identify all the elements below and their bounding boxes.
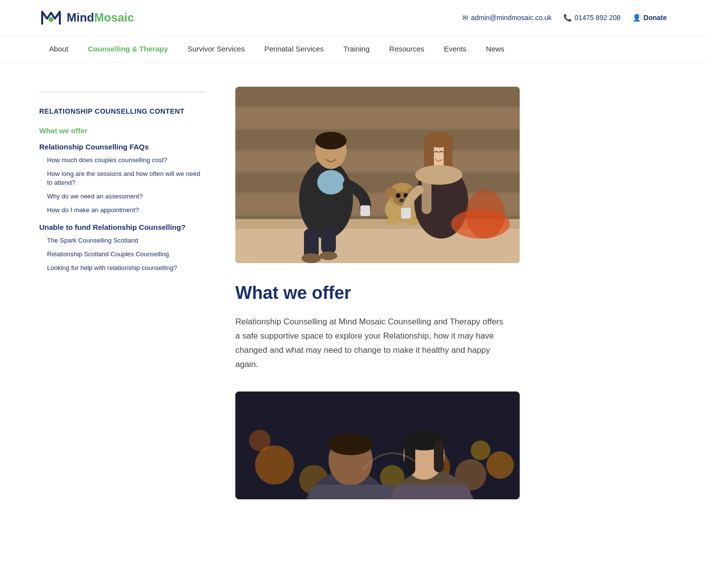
nav-training[interactable]: Training [333,36,379,62]
sidebar-faq-2[interactable]: How long are the sessions and how often … [47,170,206,187]
sidebar-faq-group[interactable]: Relationship Counselling FAQs [39,143,206,151]
section-title: What we offer [235,283,667,303]
main-content: RELATIONSHIP COUNSELLING CONTENT What we… [0,62,706,519]
donate-label: Donate [644,14,667,22]
content-area: What we offer Relationship Counselling a… [235,82,667,499]
nav-survivor[interactable]: Survivor Services [178,36,255,62]
svg-rect-3 [235,109,520,127]
second-image [235,392,520,499]
nav-news[interactable]: News [476,36,514,62]
sidebar-fund-1[interactable]: The Spark Counselling Scotland [47,236,206,245]
svg-point-29 [385,218,397,225]
phone-contact[interactable]: 📞 01475 892 208 [563,14,620,22]
svg-rect-4 [235,130,520,149]
svg-point-48 [486,451,514,479]
svg-rect-59 [434,441,444,472]
svg-rect-20 [360,205,370,216]
svg-point-27 [385,187,397,197]
phone-number: 01475 892 208 [575,14,620,22]
top-bar: MindMosaic ✉ admin@mindmosaic.co.uk 📞 01… [0,0,706,36]
svg-point-30 [407,218,419,225]
nav-events[interactable]: Events [434,36,477,62]
nav-about[interactable]: About [39,36,78,62]
email-icon: ✉ [462,14,468,22]
sidebar-fund-links: The Spark Counselling Scotland Relations… [47,236,206,273]
svg-point-53 [328,434,373,455]
nav-resources[interactable]: Resources [379,36,434,62]
donate-icon: 👤 [632,14,641,22]
svg-point-42 [255,445,294,485]
svg-rect-5 [235,152,520,171]
second-image-svg [235,392,520,499]
svg-rect-38 [401,208,411,219]
logo-icon [39,6,63,29]
logo[interactable]: MindMosaic [39,6,134,29]
sidebar-fund-group[interactable]: Unable to fund Relationship Counselling? [39,223,206,231]
sidebar-faq-links: How much does couples counselling cost? … [47,156,206,215]
main-nav: About Counselling & Therapy Survivor Ser… [0,36,706,62]
hero-image [235,87,520,263]
svg-point-40 [466,190,505,239]
sidebar-fund-3[interactable]: Looking for help with relationship couns… [47,264,206,272]
sidebar-fund-2[interactable]: Relationship Scotland Couples Counsellin… [47,250,206,259]
nav-perinatal[interactable]: Perinatal Services [254,36,333,62]
sidebar-faq-1[interactable]: How much does couples counselling cost? [47,156,206,165]
svg-rect-6 [235,173,520,193]
svg-point-49 [249,430,271,451]
svg-rect-2 [235,87,520,106]
svg-rect-17 [321,226,336,253]
hero-image-svg [235,87,520,263]
sidebar-faq-3[interactable]: Why do we need an assessment? [47,192,206,201]
top-right-contacts: ✉ admin@mindmosaic.co.uk 📞 01475 892 208… [462,14,667,22]
nav-counselling[interactable]: Counselling & Therapy [78,36,177,62]
svg-point-15 [317,170,345,195]
sidebar-title: RELATIONSHIP COUNSELLING CONTENT [39,107,206,117]
svg-point-0 [49,17,53,22]
svg-point-50 [471,441,490,460]
svg-rect-60 [392,485,471,499]
svg-point-18 [302,253,321,263]
email-address: admin@mindmosaic.co.uk [471,14,552,22]
sidebar-what-we-offer-link[interactable]: What we offer [39,126,206,135]
sidebar: RELATIONSHIP COUNSELLING CONTENT What we… [39,82,206,499]
sidebar-divider [39,92,206,92]
svg-point-14 [315,132,347,149]
phone-icon: 📞 [563,14,572,22]
logo-text: MindMosaic [67,11,134,24]
svg-rect-37 [422,175,431,214]
section-body: Relationship Counselling at Mind Mosaic … [235,315,510,372]
svg-rect-54 [309,485,397,499]
donate-button[interactable]: 👤 Donate [632,14,667,22]
email-contact[interactable]: ✉ admin@mindmosaic.co.uk [462,14,552,22]
sidebar-faq-4[interactable]: How do I make an appointment? [47,206,206,215]
svg-point-19 [320,251,337,260]
